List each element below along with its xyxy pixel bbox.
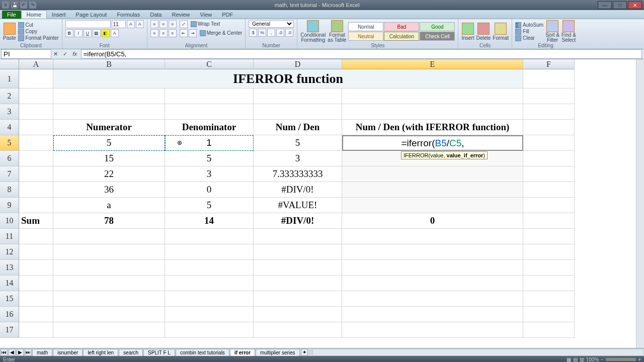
indent-inc-icon[interactable]: ⇥ xyxy=(189,29,197,37)
sheet-tab-math[interactable]: math xyxy=(32,349,52,356)
zoom-level[interactable]: 100% xyxy=(586,357,599,363)
number-format-select[interactable]: General xyxy=(249,20,294,28)
cell-c10[interactable]: 14 xyxy=(165,213,254,229)
inc-decimal-icon[interactable]: .0 xyxy=(276,29,284,37)
cell-d4[interactable]: Num / Den xyxy=(254,120,342,135)
align-right-icon[interactable]: ≡ xyxy=(169,29,177,37)
wrap-text-button[interactable]: Wrap Text xyxy=(191,21,220,27)
fx-icon[interactable]: fx xyxy=(71,50,79,58)
tab-formulas[interactable]: Formulas xyxy=(112,11,145,19)
cell-title[interactable]: IFERROR function xyxy=(53,69,523,88)
cell-b7[interactable]: 22 xyxy=(53,166,165,182)
format-cells-button[interactable]: Format xyxy=(493,23,509,41)
cell-c4[interactable]: Denominator xyxy=(165,120,254,135)
tab-insert[interactable]: Insert xyxy=(47,11,71,19)
cell-b9[interactable]: a xyxy=(53,198,165,213)
align-left-icon[interactable]: ≡ xyxy=(150,29,158,37)
sheet-nav-next-icon[interactable]: ▶ xyxy=(17,349,24,356)
cell-b8[interactable]: 36 xyxy=(53,182,165,198)
redo-icon[interactable]: ↷ xyxy=(29,2,36,9)
cell-c8[interactable]: 0 xyxy=(165,182,254,198)
view-pagebreak-icon[interactable]: ▥ xyxy=(580,357,584,363)
save-icon[interactable]: 💾 xyxy=(11,2,18,9)
italic-button[interactable]: I xyxy=(74,29,83,37)
rowhdr-4[interactable]: 4 xyxy=(0,120,19,135)
cell-d7[interactable]: 7.333333333 xyxy=(254,166,342,182)
rowhdr-17[interactable]: 17 xyxy=(0,322,19,338)
cell-c9[interactable]: 5 xyxy=(165,198,254,213)
align-bottom-icon[interactable]: ≡ xyxy=(169,20,177,28)
select-all-corner[interactable] xyxy=(0,59,19,69)
colhdr-e[interactable]: E xyxy=(342,59,523,69)
worksheet-grid[interactable]: A B C D E F 1 IFERROR function 2 3 4Nume… xyxy=(0,59,644,348)
undo-icon[interactable]: ↶ xyxy=(20,2,27,9)
name-box[interactable] xyxy=(1,49,51,59)
rowhdr-11[interactable]: 11 xyxy=(0,229,19,244)
cell-d10[interactable]: #DIV/0! xyxy=(254,213,342,229)
cell-d5[interactable]: 5 xyxy=(254,135,342,151)
vertical-scrollbar[interactable] xyxy=(636,59,644,348)
paste-button[interactable]: Paste xyxy=(3,23,16,41)
fill-color-button[interactable]: ◧ xyxy=(102,29,110,37)
colhdr-c[interactable]: C xyxy=(165,59,254,69)
align-top-icon[interactable]: ≡ xyxy=(150,20,158,28)
indent-dec-icon[interactable]: ⇤ xyxy=(180,29,188,37)
cell-styles-gallery[interactable]: Normal Bad Good Neutral Calculation Chec… xyxy=(348,22,455,41)
comma-icon[interactable]: , xyxy=(267,29,275,37)
tab-view[interactable]: View xyxy=(195,11,217,19)
clear-button[interactable]: Clear xyxy=(515,35,543,41)
cell-f1[interactable] xyxy=(523,69,575,88)
sort-filter-button[interactable]: Sort & Filter xyxy=(545,20,559,43)
colhdr-d[interactable]: D xyxy=(254,59,342,69)
colhdr-b[interactable]: B xyxy=(53,59,165,69)
style-neutral[interactable]: Neutral xyxy=(348,32,383,41)
conditional-formatting-button[interactable]: Conditional Formatting xyxy=(300,20,326,43)
font-color-button[interactable]: A xyxy=(111,29,119,37)
tab-home[interactable]: Home xyxy=(21,10,47,19)
cell-e10[interactable]: 0 xyxy=(342,213,523,229)
sheet-tab-iferror[interactable]: if error xyxy=(230,349,255,356)
style-good[interactable]: Good xyxy=(420,22,455,31)
rowhdr-12[interactable]: 12 xyxy=(0,244,19,260)
style-calculation[interactable]: Calculation xyxy=(384,32,419,41)
format-as-table-button[interactable]: Format as Table xyxy=(328,20,346,43)
align-center-icon[interactable]: ≡ xyxy=(159,29,168,37)
cell-d8[interactable]: #DIV/0! xyxy=(254,182,342,198)
rowhdr-10[interactable]: 10 xyxy=(0,213,19,229)
rowhdr-14[interactable]: 14 xyxy=(0,276,19,291)
font-size-select[interactable] xyxy=(112,20,126,28)
cell-c5[interactable]: 1⊕ xyxy=(165,135,254,151)
align-middle-icon[interactable]: ≡ xyxy=(159,20,168,28)
currency-icon[interactable]: $ xyxy=(249,29,257,37)
style-normal[interactable]: Normal xyxy=(348,22,383,31)
sheet-tab-splitfl[interactable]: SPLIT F L xyxy=(143,349,175,356)
horizontal-scrollbar[interactable] xyxy=(312,349,644,356)
style-bad[interactable]: Bad xyxy=(384,22,419,31)
cell-b6[interactable]: 15 xyxy=(53,151,165,166)
rowhdr-13[interactable]: 13 xyxy=(0,260,19,276)
grow-font-icon[interactable]: A xyxy=(127,20,135,28)
rowhdr-8[interactable]: 8 xyxy=(0,182,19,198)
format-painter-button[interactable]: Format Painter xyxy=(18,35,59,41)
sheet-tab-isnumber[interactable]: isnumber xyxy=(53,349,83,356)
font-family-select[interactable] xyxy=(65,20,111,28)
cell-e4[interactable]: Num / Den (with IFERROR function) xyxy=(342,120,523,135)
rowhdr-9[interactable]: 9 xyxy=(0,198,19,213)
formula-bar[interactable]: =iferror(B5/C5, xyxy=(81,49,642,59)
tab-pagelayout[interactable]: Page Layout xyxy=(71,11,112,19)
underline-button[interactable]: U xyxy=(84,29,92,37)
cell-e5-editing[interactable]: =iferror(B5/C5, IFERROR(value, value_if_… xyxy=(342,135,523,151)
tab-file[interactable]: File xyxy=(2,11,21,19)
tab-pdf[interactable]: PDF xyxy=(217,11,238,19)
tab-review[interactable]: Review xyxy=(167,11,195,19)
bold-button[interactable]: B xyxy=(65,29,73,37)
rowhdr-7[interactable]: 7 xyxy=(0,166,19,182)
colhdr-f[interactable]: F xyxy=(523,59,575,69)
rowhdr-3[interactable]: 3 xyxy=(0,104,19,120)
fill-button[interactable]: Fill xyxy=(515,29,543,35)
colhdr-a[interactable]: A xyxy=(19,59,53,69)
rowhdr-5[interactable]: 5 xyxy=(0,135,19,151)
zoom-out-icon[interactable]: − xyxy=(601,357,604,363)
rowhdr-15[interactable]: 15 xyxy=(0,291,19,307)
view-pagelayout-icon[interactable]: ▤ xyxy=(573,357,578,363)
